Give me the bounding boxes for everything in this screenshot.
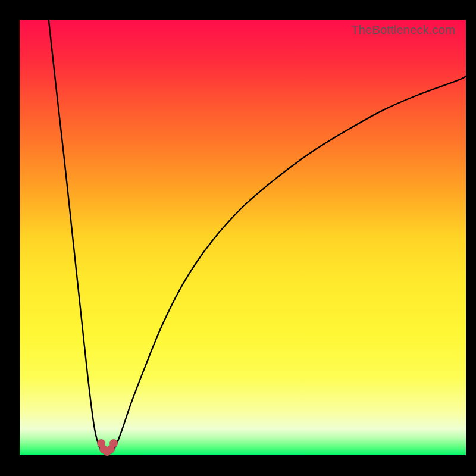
marker-cluster [20, 20, 466, 455]
chart-frame: TheBottleneck.com [0, 0, 476, 476]
plot-area: TheBottleneck.com [20, 20, 466, 455]
marker-dot [109, 439, 118, 447]
